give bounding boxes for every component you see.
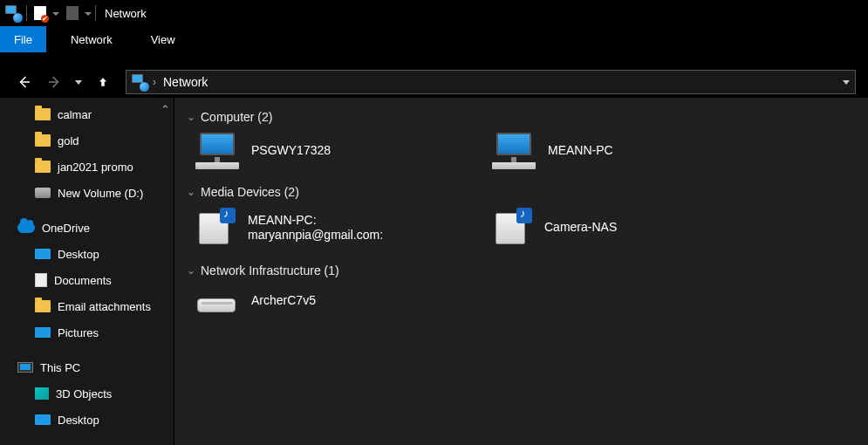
undo-icon [63,3,82,23]
computer-icon [195,133,239,169]
tree-item-label: Desktop [58,248,99,261]
tree-item[interactable]: gold [0,127,174,154]
item-label: Camera-NAS [544,220,617,236]
address-bar[interactable]: › Network [126,70,856,94]
item-row: MEANN-PC:maryannpia@gmail.com:Camera-NAS [174,204,861,260]
up-button[interactable] [91,69,115,95]
router-icon [195,286,239,316]
network-item[interactable]: Camera-NAS [492,208,754,248]
chevron-down-icon: ⌄ [187,264,195,277]
qat-dropdown-icon[interactable] [52,12,59,16]
item-label: PSGWY17328 [251,143,331,159]
tree-item[interactable]: New Volume (D:) [0,180,174,206]
separator [26,5,27,21]
tree-item-label: OneDrive [42,222,90,235]
tree-item[interactable]: Desktop [0,407,174,433]
group-title: Network Infrastructure (1) [201,264,339,277]
address-history-dropdown[interactable] [843,80,850,85]
media-device-icon [195,208,236,248]
tree-item-label: Pictures [58,326,99,339]
computer-icon [492,133,536,169]
item-label: MEANN-PC [548,143,613,159]
group-header[interactable]: ⌄Media Devices (2) [174,181,861,204]
group-header[interactable]: ⌄Computer (2) [174,106,861,129]
tree-item[interactable]: Desktop [0,241,174,267]
media-device-icon [492,208,532,248]
recent-locations-button[interactable] [72,69,85,95]
properties-icon[interactable]: ✔ [31,3,50,23]
item-label: ArcherC7v5 [251,293,316,309]
network-icon [132,74,147,90]
tree-item-thispc[interactable]: This PC [0,354,174,380]
content-pane[interactable]: ⌄Computer (2)PSGWY17328MEANN-PC⌄Media De… [174,98,868,445]
tree-item[interactable]: 3D Objects [0,380,174,407]
window-title: Network [105,7,147,20]
chevron-right-icon[interactable]: › [153,76,156,88]
separator [95,5,96,21]
tree-item-label: Email attachments [58,300,151,313]
tree-item-label: 3D Objects [56,387,112,400]
tree-item[interactable]: calmar [0,101,174,127]
group-title: Media Devices (2) [201,185,299,199]
tree-item[interactable]: jan2021 promo [0,154,174,180]
tree-item[interactable]: Pictures [0,319,174,346]
group-title: Computer (2) [201,110,272,124]
group-header[interactable]: ⌄Network Infrastructure (1) [174,260,861,283]
item-row: PSGWY17328MEANN-PC [174,129,861,181]
tree-item[interactable]: Documents [0,267,174,293]
navigation-pane[interactable]: calmargoldjan2021 promoNew Volume (D:)On… [0,98,174,445]
tree-item-label: This PC [40,361,80,374]
forward-button[interactable] [42,69,66,95]
back-button[interactable] [12,69,37,95]
network-icon[interactable] [3,3,23,23]
file-tab[interactable]: File [0,26,46,52]
tab-network[interactable]: Network [57,26,126,52]
ribbon-tabs: File Network View [0,26,868,52]
tree-item[interactable]: Email attachments [0,293,174,319]
qat-customize-icon[interactable] [85,12,92,16]
tab-view[interactable]: View [137,26,189,52]
tree-item-label: Documents [54,274,112,287]
quick-access-toolbar: ✔ [3,3,92,23]
tree-item-label: gold [58,134,79,147]
tree-item-label: Desktop [58,414,99,427]
network-item[interactable]: PSGWY17328 [195,133,457,169]
breadcrumb[interactable]: Network [163,75,208,89]
network-item[interactable]: ArcherC7v5 [195,286,457,316]
tree-item-label: New Volume (D:) [58,187,143,200]
network-item[interactable]: MEANN-PC:maryannpia@gmail.com: [195,208,457,248]
tree-item-label: jan2021 promo [58,161,133,174]
tree-item-onedrive[interactable]: OneDrive [0,215,174,241]
tree-item-label: calmar [58,108,92,121]
network-item[interactable]: MEANN-PC [492,133,754,169]
chevron-down-icon: ⌄ [187,186,195,198]
item-label: MEANN-PC:maryannpia@gmail.com: [248,213,383,243]
item-row: ArcherC7v5 [174,283,861,328]
navigation-bar: › Network [0,66,868,98]
scroll-up-icon[interactable]: ⌃ [161,103,170,116]
chevron-down-icon: ⌄ [187,111,195,123]
title-bar: ✔ Network [0,0,868,26]
